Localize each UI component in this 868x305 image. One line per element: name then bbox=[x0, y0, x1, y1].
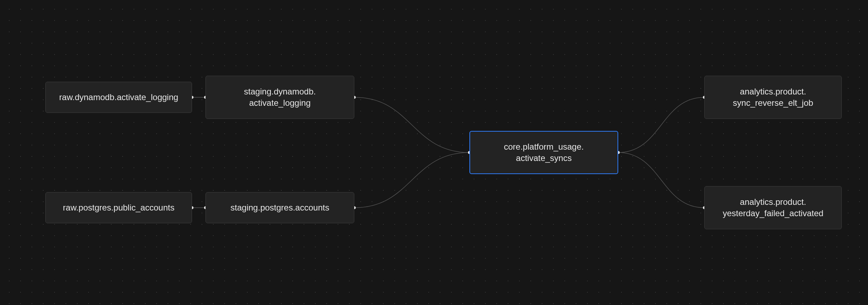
node-staging-postgres-accounts[interactable]: staging.postgres.accounts bbox=[205, 192, 354, 223]
diagram-canvas[interactable]: raw.dynamodb.activate_logging staging.dy… bbox=[0, 0, 868, 305]
node-label: raw.postgres.public_accounts bbox=[63, 202, 175, 213]
node-core-platform-usage-activate-syncs[interactable]: core.platform_usage. activate_syncs bbox=[469, 131, 618, 174]
node-analytics-product-yesterday-failed-activated[interactable]: analytics.product. yesterday_failed_acti… bbox=[704, 186, 842, 229]
node-analytics-product-sync-reverse-elt-job[interactable]: analytics.product. sync_reverse_elt_job bbox=[704, 76, 842, 119]
node-raw-postgres-public-accounts[interactable]: raw.postgres.public_accounts bbox=[45, 192, 192, 223]
node-raw-dynamodb-activate-logging[interactable]: raw.dynamodb.activate_logging bbox=[45, 82, 192, 113]
node-label: staging.postgres.accounts bbox=[231, 202, 329, 213]
node-label: raw.dynamodb.activate_logging bbox=[59, 92, 178, 103]
node-label: analytics.product. yesterday_failed_acti… bbox=[723, 196, 823, 219]
node-label: staging.dynamodb. activate_logging bbox=[244, 86, 316, 109]
node-label: analytics.product. sync_reverse_elt_job bbox=[733, 86, 813, 109]
edges-layer bbox=[0, 0, 868, 305]
node-label: core.platform_usage. activate_syncs bbox=[504, 141, 584, 164]
node-staging-dynamodb-activate-logging[interactable]: staging.dynamodb. activate_logging bbox=[205, 76, 354, 119]
